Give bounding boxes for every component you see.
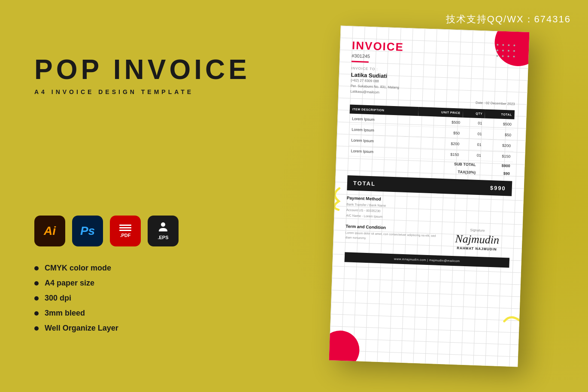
- feature-3: 300 dpi: [34, 294, 275, 303]
- ps-icon: Ps: [72, 216, 103, 246]
- invoice-footer: www.mnajmudin.com | majmudin@mailcom: [345, 252, 510, 267]
- svg-point-0: [161, 222, 165, 227]
- bullet-4: [34, 311, 39, 316]
- col-total: TOTAL: [485, 109, 515, 119]
- eps-icon: .EPS: [148, 216, 179, 246]
- invoice-wrapper: INVOICE #301245 INVOICE TO : Latika Sudi…: [329, 25, 530, 367]
- invoice-table: ITEM DESCRIPTION UNIT PRICE QTY TOTAL Lo…: [348, 104, 515, 162]
- bullet-3: [34, 296, 39, 301]
- terms-left: Term and Condition Lorem ipsum dolor sit…: [345, 223, 436, 249]
- sig-full-name: RAHMAT NAJMUDIN: [444, 245, 510, 251]
- sub-title: A4 INVOICE DESIGN TEMPLATE: [34, 88, 275, 95]
- total-label: TOTAL: [353, 180, 376, 187]
- col-qty: QTY: [463, 109, 485, 119]
- invoice-header: INVOICE #301245: [352, 39, 517, 67]
- terms-text: Lorem ipsum dolor sit amet, con consecte…: [345, 230, 436, 243]
- total-bar: TOTAL $990: [347, 175, 512, 196]
- bullet-1: [34, 266, 39, 270]
- terms-section: Term and Condition Lorem ipsum dolor sit…: [345, 223, 511, 251]
- bullet-5: [34, 326, 39, 331]
- feature-4: 3mm bleed: [34, 309, 275, 318]
- payment-section: Payment Method Bank Transfer / Bank Name…: [346, 195, 512, 224]
- total-value: $990: [490, 185, 506, 191]
- dots-decoration: [496, 44, 517, 59]
- format-icons: Ai Ps .PDF: [34, 216, 275, 246]
- invoice-divider: [352, 61, 369, 62]
- invoice-content: INVOICE #301245 INVOICE TO : Latika Sudi…: [329, 25, 530, 367]
- right-panel: INVOICE #301245 INVOICE TO : Latika Sudi…: [270, 0, 588, 392]
- left-panel: POP INVOICE A4 INVOICE DESIGN TEMPLATE A…: [34, 0, 275, 392]
- invoice-document: INVOICE #301245 INVOICE TO : Latika Sudi…: [329, 25, 530, 367]
- main-title: POP INVOICE: [34, 56, 275, 83]
- feature-2: A4 paper size: [34, 279, 275, 288]
- signature-section: Signature Najmudin RAHMAT NAJMUDIN: [444, 227, 510, 251]
- sig-label: Signature: [445, 227, 511, 233]
- bullet-2: [34, 281, 39, 286]
- col-price: UNIT PRICE: [418, 107, 463, 118]
- watermark-text: 技术支持QQ/WX：674316: [446, 13, 571, 26]
- invoice-to-section: INVOICE TO : Latika Sudiati (+62) 27 830…: [350, 66, 516, 106]
- features-list: CMYK color mode A4 paper size 300 dpi 3m…: [34, 264, 275, 333]
- pdf-icon: .PDF: [110, 216, 141, 246]
- feature-1: CMYK color mode: [34, 264, 275, 273]
- ai-icon: Ai: [34, 216, 65, 246]
- feature-5: Well Organize Layer: [34, 324, 275, 333]
- sig-name: Najmudin: [444, 232, 510, 246]
